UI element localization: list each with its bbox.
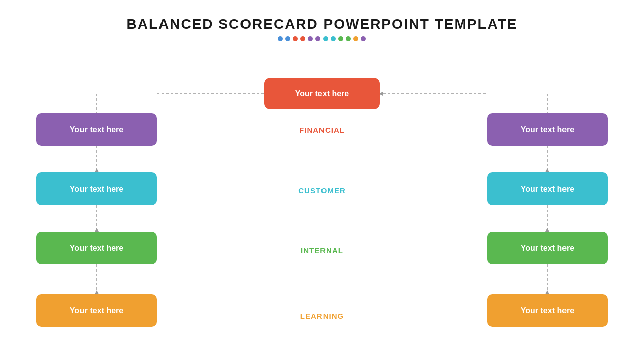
svg-marker-13 [545,228,549,232]
dot-9 [346,36,351,41]
label-financial: FINANCIAL [272,126,372,134]
content-area: Your text here FINANCIAL CUSTOMER INTERN… [0,58,644,359]
label-internal: INTERNAL [272,246,372,255]
dot-4 [308,36,313,41]
left-box-2-text: Your text here [70,185,123,194]
title-section: BALANCED SCORECARD POWERPOINT TEMPLATE [126,16,517,41]
left-box-2[interactable]: Your text here [36,172,157,205]
right-box-3[interactable]: Your text here [487,232,608,264]
dot-10 [353,36,358,41]
left-box-3[interactable]: Your text here [36,232,157,264]
dot-2 [293,36,298,41]
dot-7 [331,36,336,41]
svg-marker-15 [545,290,549,294]
dot-0 [278,36,283,41]
dot-3 [300,36,305,41]
label-learning: LEARNING [272,312,372,320]
left-box-1[interactable]: Your text here [36,113,157,146]
main-title: BALANCED SCORECARD POWERPOINT TEMPLATE [126,16,517,32]
left-box-3-text: Your text here [70,244,123,253]
label-customer: CUSTOMER [272,186,372,195]
right-box-3-text: Your text here [521,244,574,253]
right-box-4[interactable]: Your text here [487,294,608,327]
right-box-4-text: Your text here [521,306,574,315]
center-top-box[interactable]: Your text here [264,78,380,109]
svg-marker-7 [95,228,99,232]
right-box-2-text: Your text here [521,185,574,194]
dots-row [126,36,517,41]
left-box-4[interactable]: Your text here [36,294,157,327]
dot-5 [315,36,320,41]
slide: BALANCED SCORECARD POWERPOINT TEMPLATE [0,0,644,362]
right-box-2[interactable]: Your text here [487,172,608,205]
left-box-1-text: Your text here [70,125,123,134]
dot-6 [323,36,328,41]
right-box-1-text: Your text here [521,125,574,134]
dot-1 [285,36,290,41]
dot-11 [361,36,366,41]
svg-marker-9 [95,290,99,294]
dot-8 [338,36,343,41]
center-top-box-text: Your text here [295,89,349,98]
right-box-1[interactable]: Your text here [487,113,608,146]
svg-marker-5 [95,168,99,172]
left-box-4-text: Your text here [70,306,123,315]
svg-marker-11 [545,168,549,172]
